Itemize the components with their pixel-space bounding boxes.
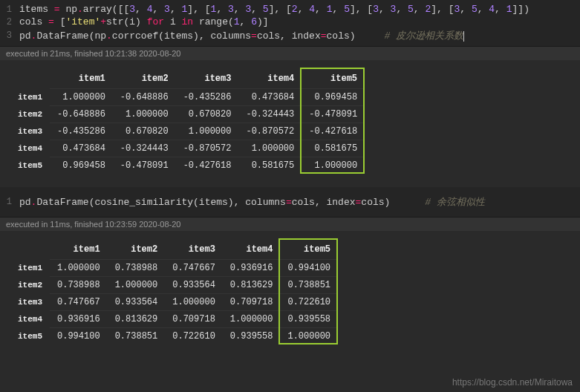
cell-value: 0.933564 xyxy=(108,294,166,311)
cell-value: 0.738851 xyxy=(280,277,338,294)
cell-value: 0.722610 xyxy=(280,294,338,311)
line-number: 1 xyxy=(0,4,19,15)
column-header: item4 xyxy=(223,240,281,260)
cell-value: 0.709718 xyxy=(223,294,281,311)
row-header: item4 xyxy=(10,140,50,157)
cell-value: 0.936916 xyxy=(223,260,281,277)
column-header: item3 xyxy=(176,69,239,89)
cell-value: -0.435286 xyxy=(50,123,113,140)
row-header: item3 xyxy=(10,123,50,140)
cell-value: 0.939558 xyxy=(223,328,281,345)
row-header: item2 xyxy=(10,106,50,123)
cell-value: 0.738988 xyxy=(50,277,108,294)
row-header: item4 xyxy=(10,311,50,328)
cell-value: -0.870572 xyxy=(238,123,302,140)
cell-value: 0.738851 xyxy=(108,328,166,345)
column-header: item4 xyxy=(238,69,302,89)
table-row: item20.7389881.0000000.9335640.8136290.7… xyxy=(10,277,338,294)
code-cell-1[interactable]: 1 items = np.array([[3, 4, 3, 1], [1, 3,… xyxy=(0,0,580,47)
correlation-table-1: item1item2item3item4item5item11.000000-0… xyxy=(10,69,365,174)
cell-value: 0.473684 xyxy=(50,140,113,157)
table-row: item40.473684-0.324443-0.8705721.0000000… xyxy=(10,140,365,157)
cell-value: 0.581675 xyxy=(238,157,302,174)
cell-value: 0.813629 xyxy=(108,311,166,328)
cell-value: -0.478091 xyxy=(302,106,365,123)
code-line-1[interactable]: items = np.array([[3, 4, 3, 1], [1, 3, 3… xyxy=(19,4,530,15)
cell-value: 0.738988 xyxy=(108,260,166,277)
cell-value: 1.000000 xyxy=(280,328,338,345)
cell-value: -0.435286 xyxy=(176,89,239,106)
output-2: item1item2item3item4item5item11.0000000.… xyxy=(0,231,580,358)
cell-value: -0.648886 xyxy=(113,89,176,106)
cell-value: 0.939558 xyxy=(280,311,338,328)
row-header: item5 xyxy=(10,328,50,345)
cell-value: 1.000000 xyxy=(50,260,108,277)
table-row: item50.969458-0.478091-0.4276180.5816751… xyxy=(10,157,365,174)
execution-status-1: executed in 21ms, finished 10:21:38 2020… xyxy=(0,47,580,60)
cell-value: 0.670820 xyxy=(176,106,239,123)
cell-value: 0.670820 xyxy=(113,123,176,140)
row-header: item5 xyxy=(10,157,50,174)
cell-value: 0.994100 xyxy=(280,260,338,277)
line-number: 1 xyxy=(0,197,19,207)
execution-status-2: executed in 11ms, finished 10:23:59 2020… xyxy=(0,218,580,231)
cell-value: 1.000000 xyxy=(238,140,302,157)
column-header: item2 xyxy=(113,69,176,89)
line-number: 2 xyxy=(0,17,19,27)
cell-value: 0.933564 xyxy=(165,277,223,294)
row-header: item1 xyxy=(10,89,50,106)
cell-value: 0.747667 xyxy=(165,260,223,277)
column-header: item1 xyxy=(50,240,108,260)
cell-value: -0.324443 xyxy=(113,140,176,157)
table-row: item40.9369160.8136290.7097181.0000000.9… xyxy=(10,311,338,328)
cell-value: 1.000000 xyxy=(176,123,239,140)
cell-value: 0.813629 xyxy=(223,277,281,294)
cell-value: -0.870572 xyxy=(176,140,239,157)
column-header: item1 xyxy=(50,69,113,89)
cell-value: 1.000000 xyxy=(302,157,365,174)
table-row: item30.7476670.9335641.0000000.7097180.7… xyxy=(10,294,338,311)
column-header: item3 xyxy=(165,240,223,260)
cell-value: 0.994100 xyxy=(50,328,108,345)
column-header: item2 xyxy=(108,240,166,260)
cell-value: 1.000000 xyxy=(50,89,113,106)
correlation-table-2: item1item2item3item4item5item11.0000000.… xyxy=(10,240,338,344)
row-header: item1 xyxy=(10,260,50,277)
row-header: item3 xyxy=(10,294,50,311)
column-header: item5 xyxy=(280,240,338,260)
cell-value: 0.969458 xyxy=(302,89,365,106)
cell-value: 0.473684 xyxy=(238,89,302,106)
code-cell-2[interactable]: 1 pd.DataFrame(cosine_similarity(items),… xyxy=(0,187,580,218)
cell-value: 1.000000 xyxy=(223,311,281,328)
cell-value: 0.969458 xyxy=(50,157,113,174)
output-1: item1item2item3item4item5item11.000000-0… xyxy=(0,60,580,187)
cell-value: -0.427618 xyxy=(302,123,365,140)
code-line-3[interactable]: pd.DataFrame(np.corrcoef(items), columns… xyxy=(19,29,464,42)
table-row: item50.9941000.7388510.7226100.9395581.0… xyxy=(10,328,338,345)
cell-value: 1.000000 xyxy=(113,106,176,123)
cell-value: 1.000000 xyxy=(165,294,223,311)
cell-value: 0.747667 xyxy=(50,294,108,311)
code-line-2[interactable]: cols = ['item'+str(i) for i in range(1, … xyxy=(19,16,269,27)
cell-value: 0.936916 xyxy=(50,311,108,328)
cell-value: -0.324443 xyxy=(238,106,302,123)
cell-value: -0.427618 xyxy=(176,157,239,174)
code-line-1[interactable]: pd.DataFrame(cosine_similarity(items), c… xyxy=(19,195,485,209)
row-header: item2 xyxy=(10,277,50,294)
line-number: 3 xyxy=(0,30,19,41)
table-row: item2-0.6488861.0000000.670820-0.324443-… xyxy=(10,106,365,123)
cell-value: 1.000000 xyxy=(108,277,166,294)
cell-value: 0.709718 xyxy=(165,311,223,328)
table-row: item3-0.4352860.6708201.000000-0.870572-… xyxy=(10,123,365,140)
cell-value: -0.478091 xyxy=(113,157,176,174)
column-header: item5 xyxy=(302,69,365,89)
cell-value: 0.722610 xyxy=(165,328,223,345)
watermark: https://blog.csdn.net/Miraitowa xyxy=(452,377,573,388)
cell-value: 0.581675 xyxy=(302,140,365,157)
cell-value: -0.648886 xyxy=(50,106,113,123)
table-row: item11.000000-0.648886-0.4352860.4736840… xyxy=(10,89,365,106)
table-row: item11.0000000.7389880.7476670.9369160.9… xyxy=(10,260,338,277)
